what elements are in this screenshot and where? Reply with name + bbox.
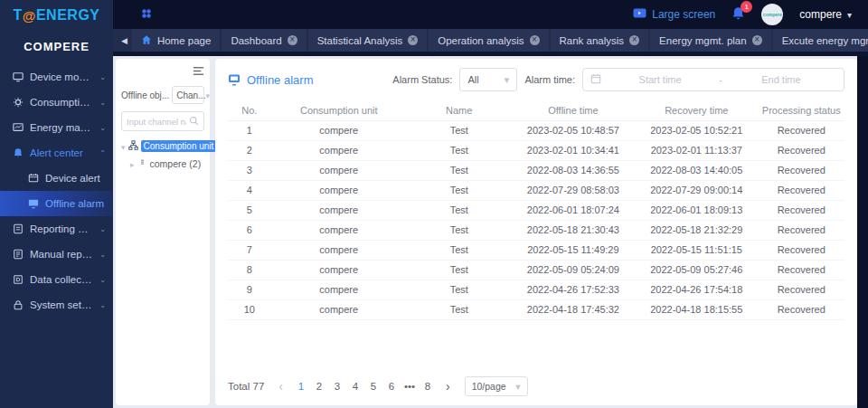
- table-row[interactable]: 6 compere Test 2022-05-18 21:30:43 2022-…: [228, 220, 844, 240]
- panel-header: Offline alarm Alarm Status: All Alarm ti…: [228, 68, 844, 91]
- search-icon[interactable]: [189, 113, 199, 129]
- screen-icon: [633, 8, 646, 21]
- close-icon[interactable]: [629, 35, 639, 45]
- page-size-value: 10/page: [472, 381, 506, 392]
- page-tab[interactable]: Excute energy mgmt: [773, 29, 868, 52]
- page-tab[interactable]: Dashboard: [222, 29, 306, 52]
- table-row[interactable]: 3 compere Test 2022-08-03 14:36:55 2022-…: [228, 160, 844, 180]
- apps-grid-icon[interactable]: [140, 7, 153, 23]
- tree-node-root[interactable]: Consumption unit: [121, 140, 204, 152]
- sidebar-item-energy-management[interactable]: Energy management ⌄: [0, 115, 113, 140]
- sidebar-menu: Device monitor ⌄ Consumption unit ⌄ Ener…: [0, 64, 113, 408]
- cell-status: Recovered: [758, 160, 844, 180]
- sidebar-item-alert-center[interactable]: Alert center ⌃: [0, 140, 113, 166]
- next-page-button[interactable]: [442, 379, 454, 394]
- device-monitor-icon: [12, 71, 24, 83]
- page-number-button[interactable]: 6: [382, 381, 401, 392]
- table-row[interactable]: 2 compere Test 2023-02-01 10:34:41 2023-…: [228, 140, 844, 160]
- alarm-time-range-picker[interactable]: Start time - End time: [582, 68, 844, 91]
- col-header-no: No.: [228, 100, 271, 120]
- page-number-button[interactable]: 3: [328, 381, 346, 392]
- page-size-select[interactable]: 10/page: [465, 376, 528, 396]
- tree-node-label[interactable]: compere (2): [150, 158, 202, 169]
- tab-bar: ◀ Home page Dashboard: [113, 29, 868, 56]
- chevron-down-icon: ⌄: [99, 251, 106, 259]
- cell-offline-time: 2022-07-29 08:58:03: [512, 180, 635, 200]
- cell-no: 8: [228, 260, 271, 280]
- database-icon: [12, 274, 24, 286]
- sidebar-item-system-setting[interactable]: System setting ⌄: [0, 292, 113, 318]
- logo-text: ENERGY: [36, 7, 100, 24]
- table-row[interactable]: 7 compere Test 2022-05-15 11:49:29 2022-…: [228, 240, 844, 260]
- page-tab[interactable]: Energy mgmt. plan: [650, 29, 771, 52]
- cell-offline-time: 2022-05-09 05:24:09: [512, 260, 635, 280]
- chevron-down-icon: ⌄: [99, 301, 106, 309]
- tree-node-child[interactable]: compere (2): [121, 157, 204, 169]
- sidebar-item-data-collection[interactable]: Data collection syst... ⌄: [0, 267, 113, 292]
- cell-no: 5: [228, 200, 271, 220]
- tabs-row: ◀ Home page Dashboard: [113, 29, 868, 52]
- large-screen-button[interactable]: Large screen: [633, 8, 715, 21]
- object-type-select[interactable]: Chan...: [172, 86, 204, 104]
- page-tab[interactable]: Statistical Analysis: [308, 29, 428, 52]
- sidebar-item-offline-alarm[interactable]: Offline alarm: [0, 191, 113, 216]
- table-row[interactable]: 4 compere Test 2022-07-29 08:58:03 2022-…: [228, 180, 844, 200]
- page-number-button[interactable]: 5: [364, 381, 382, 392]
- table-row[interactable]: 9 compere Test 2022-04-26 17:52:33 2022-…: [228, 280, 844, 299]
- sidebar-item-device-monitor[interactable]: Device monitor ⌄: [0, 64, 113, 90]
- notification-bell-button[interactable]: 1: [731, 6, 745, 23]
- page-number-button[interactable]: 8: [419, 381, 437, 392]
- sidebar-item-manual-reporting[interactable]: Manual reporting ⌄: [0, 242, 113, 267]
- energy-chart-icon: [12, 122, 24, 134]
- sidebar-item-label: Device alert: [45, 173, 100, 184]
- tab-label: Energy mgmt. plan: [659, 35, 747, 46]
- chevron-down-icon: [205, 90, 210, 100]
- page-tab[interactable]: Operation analysis: [429, 29, 548, 52]
- user-menu[interactable]: compere: [799, 8, 852, 21]
- close-icon[interactable]: [530, 35, 540, 45]
- bell-icon: [12, 147, 24, 159]
- chevron-down-icon: ⌄: [99, 276, 106, 284]
- close-icon[interactable]: [752, 35, 762, 45]
- table-row[interactable]: 5 compere Test 2022-06-01 18:07:24 2022-…: [228, 200, 844, 220]
- start-time-placeholder[interactable]: Start time: [605, 74, 715, 85]
- channel-search-input[interactable]: [127, 117, 186, 127]
- close-icon[interactable]: [288, 35, 297, 45]
- sidebar-item-consumption-unit[interactable]: Consumption unit ⌄: [0, 90, 113, 115]
- alarm-time-label: Alarm time:: [524, 74, 575, 85]
- prev-page-button[interactable]: [275, 379, 287, 394]
- content-area: Offline obj... Chan... Consumption unit: [113, 56, 857, 408]
- tree-node-label[interactable]: Consumption unit: [141, 140, 217, 152]
- tabs-scroll-left-button[interactable]: ◀: [117, 36, 132, 45]
- cell-no: 6: [228, 220, 271, 240]
- page-tab[interactable]: Home page: [132, 29, 220, 52]
- sidebar-item-reporting-services[interactable]: Reporting services ⌄: [0, 216, 113, 242]
- avatar-label: compere: [763, 12, 782, 17]
- tree-expand-icon[interactable]: [130, 158, 135, 169]
- alarm-status-select[interactable]: All: [459, 68, 517, 91]
- page-number-button[interactable]: 4: [346, 381, 364, 392]
- cell-name: Test: [407, 260, 512, 280]
- sidebar-item-device-alert[interactable]: Device alert: [0, 166, 113, 191]
- cell-offline-time: 2022-08-03 14:36:55: [512, 160, 635, 180]
- table-row[interactable]: 8 compere Test 2022-05-09 05:24:09 2022-…: [228, 260, 844, 280]
- page-number-button[interactable]: 2: [310, 381, 328, 392]
- cell-status: Recovered: [758, 140, 844, 160]
- page-tab[interactable]: Rank analysis: [551, 29, 649, 52]
- page-number-button[interactable]: •••: [401, 381, 419, 392]
- cell-recovery-time: 2022-04-18 18:15:55: [635, 299, 758, 319]
- close-icon[interactable]: [408, 35, 418, 45]
- tab-label: Home page: [157, 35, 211, 46]
- cell-no: 10: [228, 299, 271, 319]
- table-row[interactable]: 1 compere Test 2023-02-05 10:48:57 2023-…: [228, 120, 844, 140]
- avatar[interactable]: compere: [761, 4, 783, 25]
- end-time-placeholder[interactable]: End time: [726, 74, 836, 85]
- notification-badge: 1: [741, 1, 752, 13]
- col-header-status: Processing status: [758, 100, 844, 120]
- table-row[interactable]: 10 compere Test 2022-04-18 17:45:32 2022…: [228, 299, 844, 319]
- collapse-panel-icon[interactable]: [193, 64, 204, 81]
- tree-expand-icon[interactable]: [121, 141, 126, 152]
- gear-icon: [12, 97, 24, 109]
- page-number-button[interactable]: 1: [292, 381, 310, 392]
- sidebar-item-label: Manual reporting: [30, 249, 93, 260]
